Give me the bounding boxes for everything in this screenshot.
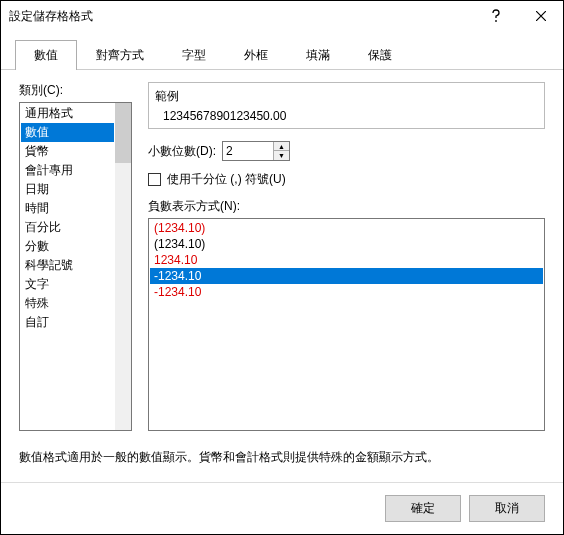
list-item[interactable]: 通用格式 [21,104,114,123]
tab-font[interactable]: 字型 [163,40,225,70]
decimal-input[interactable] [223,142,273,160]
close-button[interactable] [518,1,563,31]
sample-value: 1234567890123450.00 [155,109,538,123]
list-item[interactable]: 貨幣 [21,142,114,161]
tab-alignment[interactable]: 對齊方式 [77,40,163,70]
sample-label: 範例 [155,88,538,105]
list-item[interactable]: (1234.10) [150,220,543,236]
cancel-button[interactable]: 取消 [469,495,545,522]
thousands-label[interactable]: 使用千分位 (,) 符號(U) [167,171,286,188]
list-item[interactable]: 時間 [21,199,114,218]
tab-content: 類別(C): 通用格式 數值 貨幣 會計專用 日期 時間 百分比 分數 科學記號… [1,70,563,482]
category-label: 類別(C): [19,82,132,99]
scrollbar[interactable] [115,103,131,430]
decimal-row: 小數位數(D): ▲ ▼ [148,141,545,161]
thousands-checkbox[interactable] [148,173,161,186]
list-item[interactable]: 1234.10 [150,252,543,268]
settings-column: 範例 1234567890123450.00 小數位數(D): ▲ ▼ [148,82,545,431]
sample-group: 範例 1234567890123450.00 [148,82,545,129]
list-item[interactable]: 會計專用 [21,161,114,180]
spin-down-button[interactable]: ▼ [274,151,289,160]
tab-border[interactable]: 外框 [225,40,287,70]
decimal-label: 小數位數(D): [148,143,216,160]
negative-label: 負數表示方式(N): [148,198,545,215]
list-item[interactable]: 特殊 [21,294,114,313]
list-item[interactable]: 數值 [21,123,114,142]
tab-fill[interactable]: 填滿 [287,40,349,70]
upper-panel: 類別(C): 通用格式 數值 貨幣 會計專用 日期 時間 百分比 分數 科學記號… [19,82,545,431]
thousands-row: 使用千分位 (,) 符號(U) [148,171,545,188]
dialog-title: 設定儲存格格式 [9,8,473,25]
help-button[interactable] [473,1,518,31]
scrollbar-thumb[interactable] [115,103,131,163]
list-item[interactable]: 文字 [21,275,114,294]
list-item[interactable]: 分數 [21,237,114,256]
tab-protection[interactable]: 保護 [349,40,411,70]
spin-up-button[interactable]: ▲ [274,142,289,151]
category-listbox[interactable]: 通用格式 數值 貨幣 會計專用 日期 時間 百分比 分數 科學記號 文字 特殊 … [19,102,132,431]
decimal-spinner[interactable]: ▲ ▼ [222,141,290,161]
description-text: 數值格式適用於一般的數值顯示。貨幣和會計格式則提供特殊的金額顯示方式。 [19,449,545,466]
list-item[interactable]: -1234.10 [150,268,543,284]
tab-strip: 數值 對齊方式 字型 外框 填滿 保護 [1,31,563,70]
dialog-footer: 確定 取消 [1,482,563,534]
title-bar: 設定儲存格格式 [1,1,563,31]
negative-listbox[interactable]: (1234.10) (1234.10) 1234.10 -1234.10 -12… [148,218,545,431]
list-item[interactable]: 科學記號 [21,256,114,275]
list-item[interactable]: (1234.10) [150,236,543,252]
ok-button[interactable]: 確定 [385,495,461,522]
tab-number[interactable]: 數值 [15,40,77,70]
list-item[interactable]: 自訂 [21,313,114,332]
category-column: 類別(C): 通用格式 數值 貨幣 會計專用 日期 時間 百分比 分數 科學記號… [19,82,132,431]
list-item[interactable]: 日期 [21,180,114,199]
list-item[interactable]: 百分比 [21,218,114,237]
format-cells-dialog: 設定儲存格格式 數值 對齊方式 字型 外框 填滿 保護 類別(C): 通用格式 … [0,0,564,535]
list-item[interactable]: -1234.10 [150,284,543,300]
